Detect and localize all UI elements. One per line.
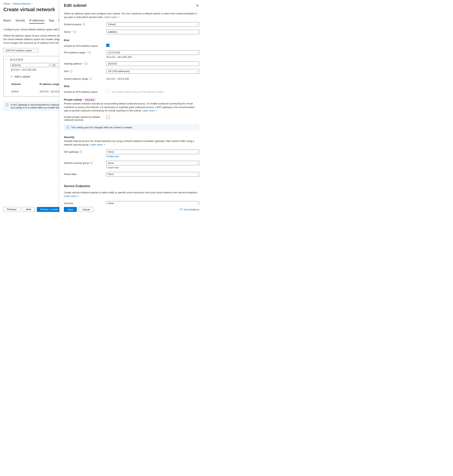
chevron-down-icon: ⌄ — [196, 202, 198, 204]
chevron-down-icon: ⌄ — [196, 51, 198, 54]
chevron-down-icon: ⌄ — [196, 162, 198, 164]
tab-security[interactable]: Security — [15, 19, 25, 24]
add-ipv4-space-label: Add IPv4 address space — [6, 49, 32, 52]
save-button[interactable]: Save — [64, 207, 77, 212]
security-learn-more-link[interactable]: Learn more↗ — [90, 143, 105, 146]
tab-tags[interactable]: Tags — [49, 19, 54, 24]
external-link-icon: ↗ — [77, 195, 79, 197]
svg-point-1 — [7, 104, 7, 104]
size-label: Size — [64, 70, 69, 73]
close-icon[interactable]: ✕ — [195, 3, 199, 8]
panel-learn-more-link[interactable]: Learn more↗ — [104, 16, 119, 19]
external-link-icon: ↗ — [118, 16, 119, 18]
ipv4-range-value: 10.0.0.0/16 — [108, 51, 120, 54]
svg-point-6 — [180, 209, 181, 210]
enable-private-label: Enable private subnet (no default outbou… — [64, 115, 106, 121]
info-icon — [66, 126, 69, 129]
route-table-select[interactable]: None ⌄ — [106, 172, 199, 177]
services-select[interactable]: None ⌄ — [106, 201, 199, 205]
review-create-button[interactable]: Review + create — [37, 207, 62, 212]
info-icon[interactable]: i — [80, 151, 82, 153]
info-icon[interactable]: i — [85, 62, 88, 65]
panel-intro-text: Select an address space and configure yo… — [64, 12, 197, 19]
external-link-icon: ↗ — [103, 144, 105, 146]
add-subnet-label: Add a subnet — [14, 75, 30, 78]
services-label: Services — [64, 202, 73, 205]
endpoints-section-header: Service Endpoints — [64, 184, 199, 188]
give-feedback-label: Give feedback — [184, 208, 199, 211]
breadcrumb-sep: › — [11, 2, 12, 5]
name-label: Name — [64, 30, 71, 33]
info-icon[interactable]: i — [88, 51, 91, 54]
external-link-icon: ↗ — [156, 109, 157, 112]
nsg-select[interactable]: None ⌄ — [106, 161, 199, 165]
breadcrumb-vnets[interactable]: Virtual networks — [13, 2, 30, 5]
nat-gateway-select[interactable]: None ⌄ — [106, 150, 199, 154]
ipv4-range-hint: 10.0.0.0 - 10.0.255.255 — [106, 56, 199, 58]
add-ipv4-space-button[interactable]: Add IPv4 address space ⌄ — [3, 48, 38, 53]
ipv6-disabled-hint: This virtual network has no IPv6 address… — [111, 90, 164, 93]
private-learn-more-link[interactable]: Learn more↗ — [142, 109, 157, 112]
chevron-down-icon: ⌄ — [57, 64, 59, 66]
edit-subnet-panel: Edit subnet ✕ Select an address space an… — [59, 0, 204, 214]
subnet-range-label: Subnet address range — [64, 77, 88, 80]
size-value: /24 (256 addresses) — [108, 70, 130, 73]
private-warning-banner: This setting can't be changed after the … — [64, 124, 199, 130]
tab-basics[interactable]: Basics — [3, 19, 11, 24]
chevron-down-icon: ⌄ — [196, 23, 198, 26]
private-desc: Private subnets enhance security by not … — [64, 102, 195, 112]
route-table-value: None — [108, 173, 114, 176]
security-section-header: Security — [64, 136, 199, 139]
route-table-label: Route table — [64, 173, 77, 176]
services-value: None — [108, 202, 114, 205]
endpoints-learn-more-link[interactable]: Learn more↗ — [64, 195, 79, 197]
info-icon[interactable]: i — [74, 31, 76, 33]
ipv4-section-header: IPv4 — [64, 39, 199, 42]
previous-button[interactable]: Previous — [3, 207, 20, 212]
chevron-down-icon: ⌄ — [196, 151, 198, 153]
chevron-down-icon: ⌄ — [196, 173, 198, 175]
chevron-up-icon[interactable]: ⌄ — [6, 58, 8, 61]
chevron-down-icon[interactable]: ⌄ — [35, 49, 37, 52]
include-ipv6-checkbox — [106, 90, 109, 93]
address-ip-input[interactable] — [10, 63, 49, 67]
endpoints-desc: Create service endpoint policies to allo… — [64, 191, 198, 194]
info-icon[interactable]: i — [82, 23, 85, 26]
next-button[interactable]: Next — [22, 207, 35, 212]
private-warning-text: This setting can't be changed after the … — [71, 126, 132, 129]
ipv4-range-select[interactable]: 10.0.0.0/16 ⌄ — [106, 50, 199, 55]
subnet-name-link[interactable]: default — [11, 90, 19, 93]
plus-icon: ＋ — [10, 74, 13, 79]
svg-point-4 — [68, 127, 68, 127]
address-prefix-select[interactable]: /16 ⌄ — [51, 63, 60, 67]
page-title: Create virtual network — [3, 7, 55, 13]
info-icon — [6, 103, 9, 106]
nat-create-new-link[interactable]: Create new — [106, 155, 119, 158]
enable-private-checkbox[interactable] — [106, 115, 109, 119]
preview-badge: PREVIEW — [84, 99, 95, 101]
panel-footer: Save Cancel Give feedback — [59, 205, 204, 214]
starting-address-input[interactable] — [106, 61, 199, 66]
breadcrumb-sep: › — [32, 2, 32, 5]
ipv6-section-header: IPv6 — [64, 85, 199, 88]
subnet-purpose-label: Subnet purpose — [64, 23, 81, 26]
name-input[interactable] — [106, 30, 199, 34]
person-feedback-icon — [180, 208, 183, 211]
give-feedback-link[interactable]: Give feedback — [180, 208, 199, 211]
size-select[interactable]: /24 (256 addresses) ⌄ — [106, 69, 199, 74]
cancel-button[interactable]: Cancel — [79, 207, 93, 212]
chevron-down-icon: ⌄ — [196, 70, 198, 72]
subnet-purpose-value: Default — [108, 23, 116, 26]
info-icon[interactable]: i — [90, 162, 93, 164]
svg-rect-2 — [7, 105, 7, 106]
security-desc: Simplify internet access for virtual mac… — [64, 140, 194, 146]
include-ipv4-checkbox[interactable]: ✓ — [106, 44, 109, 47]
nsg-create-new-link[interactable]: Create new — [106, 166, 119, 169]
include-ipv6-label: Include an IPv6 address space — [64, 90, 98, 93]
info-icon[interactable]: i — [70, 70, 72, 72]
tab-ip-addresses[interactable]: IP addresses — [29, 19, 44, 24]
info-icon[interactable]: i — [89, 78, 92, 80]
address-range-text: 10.0.0.0 - 10.0.255.255 — [11, 68, 36, 71]
subnet-purpose-select[interactable]: Default ⌄ — [106, 22, 199, 27]
breadcrumb-home[interactable]: Home — [3, 2, 10, 5]
